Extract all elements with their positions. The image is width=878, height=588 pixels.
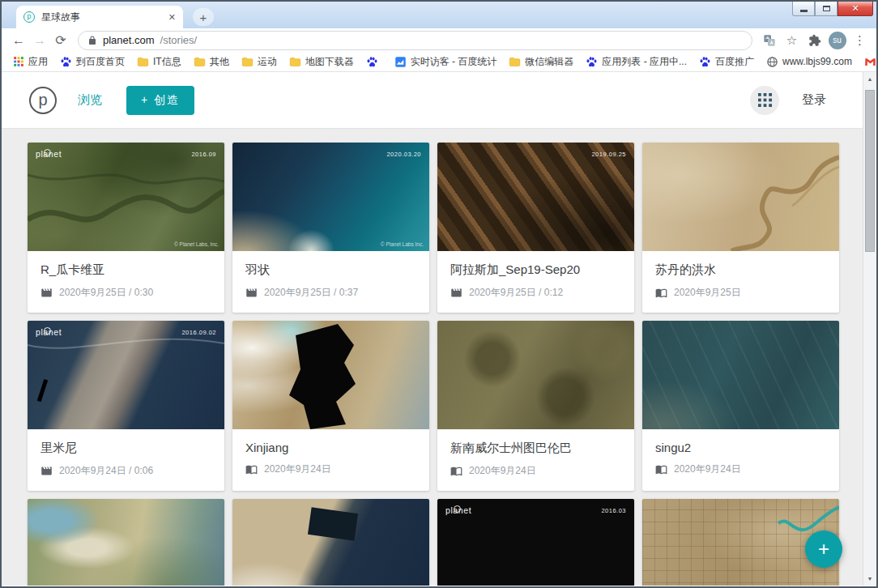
coast-art (28, 321, 224, 429)
avatar-initials: su (829, 32, 846, 49)
bookmark-label: www.lbjs99.com (782, 56, 852, 67)
planet-logo[interactable]: p (29, 87, 57, 114)
bookmarks-bar: 应用 到百度首页 IT信息 其他 运动 地图下载器 实时访客 - 百度统计 (2, 52, 876, 72)
story-thumbnail (642, 143, 839, 251)
new-tab-button[interactable]: + (193, 8, 214, 26)
river-art (28, 143, 224, 251)
scroll-thumb[interactable] (865, 90, 875, 252)
story-card[interactable]: 2020.03.20 © Planet Labs Inc. 羽状 2020年9月… (232, 143, 429, 313)
folder-icon (289, 56, 301, 68)
bookmark-label: 应用 (28, 55, 48, 69)
story-date: 2020年9月25日 (674, 286, 741, 300)
apps-grid-icon (13, 56, 24, 67)
story-thumbnail (437, 321, 634, 429)
browser-tab[interactable]: p 星球故事 ✕ (16, 6, 183, 28)
scrollbar[interactable]: ▲ ▼ (863, 72, 876, 586)
story-thumbnail: planet 2016.03 (437, 499, 634, 586)
stories-grid: planet 2016.09 © Planet Labs, Inc. R_瓜卡维… (28, 143, 876, 586)
story-thumbnail (232, 499, 429, 586)
forward-icon[interactable]: → (29, 30, 50, 51)
bookmark-baidu-home[interactable]: 到百度首页 (57, 55, 128, 69)
create-button[interactable]: + 创造 (126, 86, 194, 115)
story-card[interactable]: 苏丹的洪水 2020年9月25日 (642, 143, 839, 313)
story-meta: 2020年9月24日 (245, 462, 416, 476)
extensions-icon[interactable] (804, 30, 825, 50)
translate-icon[interactable] (759, 30, 779, 50)
login-button[interactable]: 登录 (802, 92, 826, 108)
bookmark-folder-mapdl[interactable]: 地图下载器 (286, 55, 357, 69)
date-stamp: 2020.03.20 (386, 151, 421, 158)
bookmark-lbjs99[interactable]: www.lbjs99.com (763, 56, 855, 68)
scroll-down-icon[interactable]: ▼ (863, 572, 876, 586)
scroll-up-icon[interactable]: ▲ (863, 72, 876, 86)
bookmark-folder-wechat-editor[interactable]: 微信编辑器 (505, 55, 577, 69)
story-card[interactable]: planet 2016.03 (437, 499, 634, 586)
story-card[interactable] (232, 499, 429, 586)
minimize-icon (800, 10, 808, 12)
baidu-icon (586, 56, 598, 68)
story-card[interactable]: planet 2016.09 © Planet Labs, Inc. R_瓜卡维… (28, 143, 224, 313)
reload-icon[interactable]: ⟳ (50, 30, 71, 51)
card-info: 羽状 2020年9月25日 / 0:37 (232, 251, 429, 309)
fab-create-button[interactable]: + (805, 530, 842, 568)
maximize-button[interactable] (815, 2, 838, 16)
bookmark-label: 地图下载器 (305, 55, 354, 69)
tab-close-icon[interactable]: ✕ (168, 12, 176, 23)
back-icon[interactable]: ← (8, 30, 29, 51)
watermark-ring (44, 327, 51, 334)
gmail-icon (864, 56, 876, 68)
video-icon (40, 465, 53, 477)
grid-icon (758, 93, 772, 107)
planet-watermark: planet (36, 149, 62, 159)
window-controls: ✕ (792, 2, 873, 16)
apps-launcher-button[interactable] (750, 86, 779, 115)
card-info: 新南威尔士州图巴伦巴 2020年9月24日 (437, 429, 634, 488)
baidu-tongji-icon (394, 56, 407, 68)
story-title: singu2 (655, 441, 826, 454)
planet-watermark: planet (445, 505, 471, 515)
story-card[interactable]: singu2 2020年9月24日 (642, 321, 839, 491)
story-meta: 2020年9月25日 / 0:37 (245, 286, 416, 300)
attribution: © Planet Labs Inc. (381, 241, 424, 247)
bookmark-baidu-unlabeled[interactable] (363, 56, 386, 68)
story-meta: 2020年9月24日 (655, 462, 826, 476)
nav-browse-link[interactable]: 浏览 (78, 92, 102, 108)
story-card[interactable]: planet 2016.09.02 里米尼 2020年9月24日 / 0:06 (28, 321, 224, 491)
menu-dots-icon[interactable]: ⋮ (850, 30, 870, 50)
story-title: 里米尼 (40, 441, 211, 456)
bookmark-app-list[interactable]: 应用列表 - 应用中... (582, 55, 690, 69)
bookmark-folder-sports[interactable]: 运动 (238, 55, 280, 69)
minimize-button[interactable] (792, 2, 815, 16)
bookmark-gmail[interactable]: Gmail (861, 56, 878, 68)
story-date: 2020年9月25日 / 0:12 (469, 286, 563, 300)
browser-window: p 星球故事 ✕ + ✕ ← → ⟳ planet.com/stories/ ☆ (0, 0, 878, 588)
folder-icon (241, 56, 254, 68)
story-card[interactable] (28, 499, 224, 586)
maximize-icon (823, 6, 830, 11)
folder-icon (194, 56, 206, 68)
story-meta: 2020年9月25日 (655, 286, 826, 300)
bookmark-apps[interactable]: 应用 (10, 55, 51, 69)
story-date: 2020年9月25日 / 0:30 (59, 286, 153, 300)
story-thumbnail: planet 2016.09 © Planet Labs, Inc. (28, 143, 224, 251)
url-path: /stories/ (160, 34, 198, 46)
date-stamp: 2019.09.25 (591, 151, 626, 158)
bookmark-folder-it[interactable]: IT信息 (134, 55, 185, 69)
story-card[interactable]: 2019.09.25 阿拉斯加_Sep19-Sep20 2020年9月25日 /… (437, 143, 634, 313)
story-card[interactable]: 新南威尔士州图巴伦巴 2020年9月24日 (437, 321, 634, 491)
story-title: 新南威尔士州图巴伦巴 (450, 441, 621, 456)
toolbar-right: ☆ su ⋮ (759, 30, 870, 50)
bookmark-folder-other[interactable]: 其他 (190, 55, 232, 69)
lock-icon (87, 36, 97, 45)
bookmark-star-icon[interactable]: ☆ (782, 30, 802, 50)
url-input[interactable]: planet.com/stories/ (78, 31, 752, 50)
close-button[interactable]: ✕ (838, 2, 873, 16)
harbor-art (232, 499, 429, 586)
bookmark-label: 运动 (258, 55, 277, 69)
bookmark-tongji[interactable]: 实时访客 - 百度统计 (391, 55, 501, 69)
compare-icon (655, 463, 667, 475)
story-date: 2020年9月25日 / 0:37 (264, 286, 358, 300)
avatar[interactable]: su (827, 30, 847, 50)
bookmark-baidu-tuiguang[interactable]: 百度推广 (696, 55, 757, 69)
story-card[interactable]: Xinjiang 2020年9月24日 (232, 321, 429, 491)
